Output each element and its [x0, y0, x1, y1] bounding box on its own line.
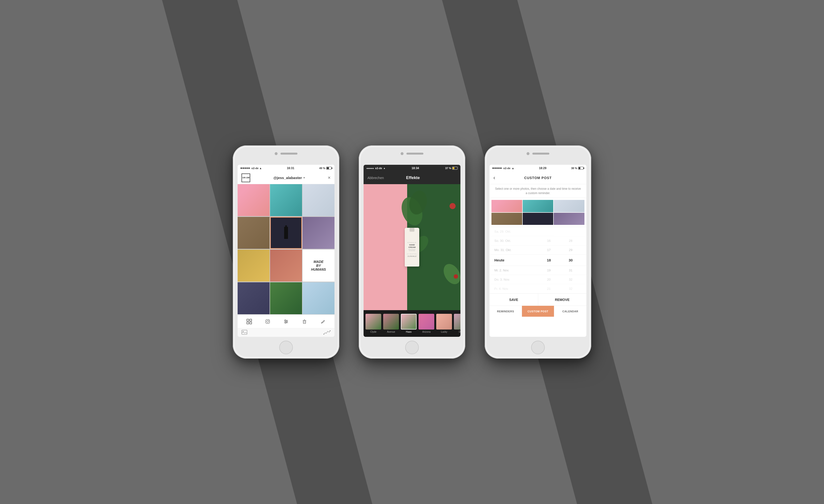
- close-icon[interactable]: ×: [328, 175, 331, 181]
- picker-min-5: 32: [560, 278, 582, 281]
- unum-um: UM: [246, 174, 250, 182]
- hand-cream-tube: SUNHALE HANDCREAM MOISTURIZINGNOURISHING…: [405, 228, 419, 267]
- cancel-button[interactable]: Abbrechen: [368, 176, 384, 180]
- phone-1-toolbar: [238, 314, 334, 328]
- time-label: 16:31: [287, 167, 294, 170]
- grid-cell-8[interactable]: [270, 249, 302, 282]
- phone-3-subtitle: Select one or more photos, then choose a…: [490, 184, 586, 198]
- grid-cell-3[interactable]: [303, 184, 334, 216]
- leaf-3: [440, 261, 460, 287]
- signal-dots: [240, 168, 250, 169]
- battery-icon-3: [578, 167, 584, 170]
- sd: [500, 168, 502, 169]
- filter-haas[interactable]: Haas: [401, 314, 417, 333]
- instagram-icon[interactable]: [264, 318, 271, 325]
- filter-thumb-haas: [401, 314, 417, 329]
- svg-point-11: [286, 321, 288, 322]
- back-button[interactable]: ‹: [493, 175, 495, 181]
- pen-icon[interactable]: [319, 318, 326, 325]
- filter-name-clyde: Clyde: [370, 330, 377, 333]
- battery-percent: 49 %: [319, 167, 325, 170]
- cell-5-content: [270, 217, 302, 249]
- sliders-icon[interactable]: [283, 318, 290, 325]
- grid-cell-4[interactable]: [238, 217, 270, 249]
- grid-cell-7[interactable]: [238, 249, 270, 282]
- save-button[interactable]: SAVE: [490, 294, 538, 306]
- grid-cell-2[interactable]: [270, 184, 302, 216]
- svg-rect-0: [247, 319, 249, 321]
- signal-dot: [242, 168, 244, 169]
- svg-point-6: [269, 320, 269, 321]
- tube-sub-text: MOISTURIZINGNOURISHING: [408, 249, 415, 251]
- grid-cell-9[interactable]: MADEBYHUMANS: [303, 249, 334, 282]
- carrier-label-2: o2-de: [375, 167, 382, 170]
- svg-point-21: [323, 334, 324, 335]
- mini-cell-6: [554, 213, 585, 225]
- phone-1-camera: [275, 152, 278, 155]
- filter-lucky[interactable]: Lucky: [436, 314, 452, 333]
- phone-2-status-bar: ●●●●● o2-de ▲ 18:34 37 %: [364, 165, 460, 172]
- trash-icon[interactable]: [301, 318, 308, 325]
- battery-fill: [327, 167, 329, 169]
- phone-3-top: [527, 152, 549, 155]
- photo-grid: MADEBYHUMANS: [238, 184, 334, 314]
- header-user[interactable]: @jess_alabaster ▾: [274, 176, 305, 180]
- grid-cell-5[interactable]: [270, 217, 302, 249]
- picker-min-today: 30: [560, 258, 582, 262]
- image-icon[interactable]: [241, 330, 247, 335]
- save-remove-bar: SAVE REMOVE: [490, 293, 586, 306]
- grid-cell-1[interactable]: [238, 184, 270, 216]
- graph-icon[interactable]: [323, 330, 331, 335]
- phone-3-home-btn[interactable]: [531, 341, 545, 354]
- phone-1-speaker: [281, 153, 297, 155]
- grid-view-icon[interactable]: [245, 318, 253, 325]
- phone-2-home-btn[interactable]: [405, 341, 419, 354]
- battery-percent-2: 37 %: [445, 167, 451, 170]
- effects-title: Effekte: [406, 176, 420, 180]
- svg-point-5: [267, 321, 269, 322]
- phone-3-camera: [527, 152, 529, 155]
- battery-fill-3: [579, 167, 580, 169]
- flower-1: [449, 203, 455, 209]
- phone-1-home-btn[interactable]: [279, 341, 293, 354]
- svg-point-10: [285, 320, 286, 321]
- remove-button[interactable]: REMOVE: [538, 294, 587, 306]
- filter-avenue[interactable]: Avenue: [383, 314, 399, 333]
- picker-min-1: 28: [560, 239, 582, 242]
- phone-2-speaker: [406, 153, 423, 155]
- picker-hour-4: 19: [538, 269, 560, 272]
- date-time-picker[interactable]: Sa. 29. Okt. So. 30. Okt. 16 28 Mo. 31. …: [490, 227, 586, 293]
- mini-cell-3: [554, 200, 585, 212]
- filter-clyde[interactable]: Clyde: [366, 314, 381, 333]
- picker-day-5: Do. 3. Nov.: [494, 278, 538, 281]
- mini-grid-preview: [490, 198, 586, 227]
- phone-2: ●●●●● o2-de ▲ 18:34 37 % Abbrechen Effek…: [359, 145, 465, 359]
- sd: [494, 168, 496, 169]
- phone-1-bottom-strip: [238, 328, 334, 337]
- made-by-text: MADEBYHUMANS: [311, 260, 326, 271]
- grid-cell-10[interactable]: [238, 282, 270, 314]
- picker-hour-5: 20: [538, 278, 560, 281]
- status2-right: 37 %: [445, 167, 457, 170]
- grid-cell-12[interactable]: [303, 282, 334, 314]
- battery-icon: [326, 167, 332, 170]
- tab-custom-post[interactable]: CUSTOM POST: [522, 306, 554, 317]
- picker-hour-6: 21: [538, 287, 560, 291]
- time-label-2: 18:34: [412, 167, 419, 170]
- tab-reminders[interactable]: REMINDERS: [490, 306, 522, 317]
- tube-cap: [410, 228, 414, 232]
- filter-dean[interactable]: Dean: [454, 314, 460, 333]
- wifi-icon-3: ▲: [512, 167, 514, 170]
- grid-cell-6[interactable]: [303, 217, 334, 249]
- filter-arizona[interactable]: Arizona: [419, 314, 434, 333]
- bottle-cap: [285, 225, 287, 227]
- tube-brand-2: SUNHALE: [407, 255, 417, 257]
- battery-icon-2: [452, 167, 457, 170]
- svg-point-12: [285, 322, 286, 323]
- mini-cell-1: [492, 200, 522, 212]
- phones-container: o2-de ▲ 16:31 49 % UN UM @jess_: [233, 145, 591, 359]
- grid-cell-11[interactable]: [270, 282, 302, 314]
- picker-min-2: 29: [560, 248, 582, 252]
- picker-day-today: Heute: [494, 258, 538, 262]
- tab-calendar[interactable]: CALENDAR: [554, 306, 586, 317]
